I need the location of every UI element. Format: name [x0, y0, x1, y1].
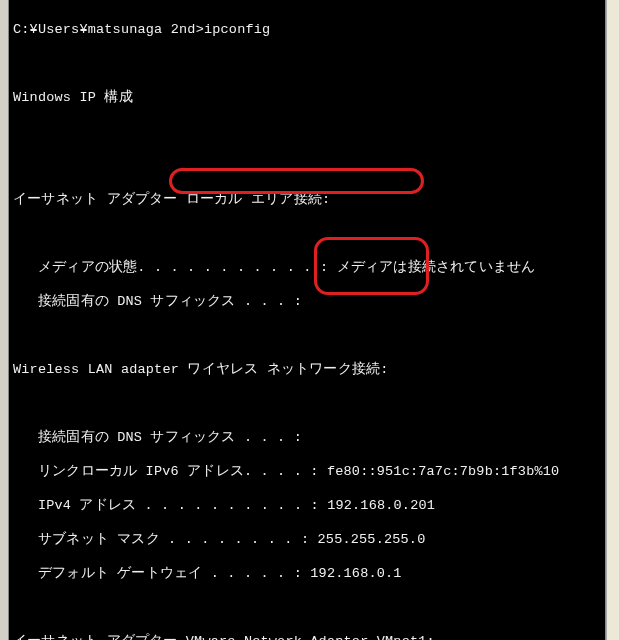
blank-line [13, 157, 601, 174]
command-prompt-window: C:¥Users¥matsunaga 2nd>ipconfig Windows … [8, 0, 606, 640]
blank-line [13, 599, 601, 616]
section-title: Wireless LAN adapter ワイヤレス ネットワーク接続: [13, 361, 601, 378]
output-line: デフォルト ゲートウェイ . . . . . : 192.168.0.1 [13, 565, 601, 582]
output-line: メディアの状態. . . . . . . . . . . : メディアは接続され… [13, 259, 601, 276]
blank-line [13, 327, 601, 344]
blank-line [13, 395, 601, 412]
output-line: サブネット マスク . . . . . . . . : 255.255.255.… [13, 531, 601, 548]
output-line: 接続固有の DNS サフィックス . . . : [13, 293, 601, 310]
prompt-line: C:¥Users¥matsunaga 2nd>ipconfig [13, 21, 601, 38]
terminal-output[interactable]: C:¥Users¥matsunaga 2nd>ipconfig Windows … [9, 0, 605, 640]
blank-line [13, 123, 601, 140]
section-title: イーサネット アダプター VMware Network Adapter VMne… [13, 633, 601, 640]
blank-line [13, 225, 601, 242]
vertical-scrollbar[interactable] [606, 0, 619, 640]
section-title: イーサネット アダプター ローカル エリア接続: [13, 191, 601, 208]
header-line: Windows IP 構成 [13, 89, 601, 106]
blank-line [13, 55, 601, 72]
output-line: IPv4 アドレス . . . . . . . . . . : 192.168.… [13, 497, 601, 514]
output-line: 接続固有の DNS サフィックス . . . : [13, 429, 601, 446]
output-line: リンクローカル IPv6 アドレス. . . . : fe80::951c:7a… [13, 463, 601, 480]
